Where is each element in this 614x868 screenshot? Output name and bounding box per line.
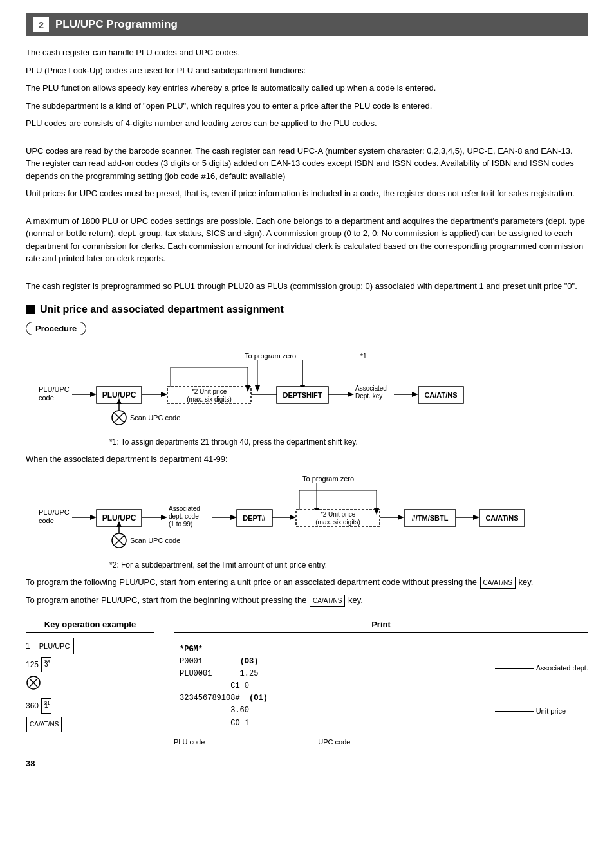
star1-label: *1 (360, 353, 367, 360)
para-2: PLU (Price Look-Up) codes are used for P… (26, 64, 588, 77)
ca-at-ns-box-1: CA/AT/NS (424, 391, 457, 399)
diagram-2-svg: To program zero PLU/UPC code PLU/UPC Ass… (26, 471, 579, 555)
print-line-7: CO 1 (180, 717, 483, 730)
print-title: Print (174, 620, 588, 633)
para-3: The PLU function allows speedy key entri… (26, 82, 588, 95)
ca-at-ns-inline-2: CA/AT/NS (310, 595, 345, 607)
plu-upc-box-2: PLU/UPC (102, 513, 136, 522)
annotation-unit-price: Unit price (495, 707, 588, 715)
print-area: *PGM* P0001 (O3) PLU0001 1.25 C1 0 32345… (174, 638, 588, 735)
svg-marker-16 (412, 392, 418, 397)
print-line-5: 323456789108# (O1) (180, 692, 483, 705)
scan-upc-label-2: Scan UPC code (130, 537, 180, 544)
unit-price-label-2: (max. six digits) (187, 396, 231, 403)
unit-price-label-d2-1: *2 Unit price (321, 511, 356, 518)
print-annotations: Associated dept. Unit price (495, 638, 588, 735)
key-op-title: Key operation example (26, 620, 154, 633)
svg-marker-14 (348, 392, 354, 397)
instruction-1: To program the following PLU/UPC, start … (26, 576, 588, 589)
plu-upc-code-label-1: PLU/UPC (39, 385, 70, 393)
para-4: The subdepartment is a kind of "open PLU… (26, 100, 588, 113)
print-content: *PGM* P0001 (O3) PLU0001 1.25 C1 0 32345… (174, 638, 488, 735)
print-line-2: P0001 (O3) (180, 656, 483, 668)
svg-marker-4 (161, 392, 167, 397)
annotation-line-2 (495, 711, 534, 712)
plu-upc-code-label-d2-1: PLU/UPC (39, 508, 70, 516)
to-program-zero-label-2: To program zero (302, 475, 354, 483)
key-op-row-1: 1 PLU/UPC (26, 638, 154, 654)
scan-upc-label-1: Scan UPC code (130, 414, 180, 421)
key-sup-1-21: 21 1 (41, 698, 51, 714)
svg-marker-32 (290, 515, 296, 520)
ca-at-ns-box-2: CA/AT/NS (485, 514, 518, 522)
print-labels: PLU code UPC code (174, 738, 588, 746)
subheading-text: Unit price and associated department ass… (40, 304, 284, 315)
svg-marker-24 (90, 515, 97, 520)
print-panel: Print *PGM* P0001 (O3) PLU0001 1.25 C1 0… (174, 620, 588, 746)
key-op-row-2: 125 23 3 (26, 657, 154, 672)
para-6: UPC codes are read by the barcode scanne… (26, 145, 588, 183)
print-line-3: PLU0001 1.25 (180, 668, 483, 680)
key-op-num-1: 1 (26, 638, 30, 654)
key-sup-21: 21 (44, 698, 50, 708)
assoc-dept-code-label-3: (1 to 99) (169, 521, 192, 528)
annotation-text-1: Associated dept. (536, 664, 588, 672)
section-title: PLU/UPC Programming (55, 18, 178, 31)
unit-price-label-1: *2 Unit price (192, 388, 227, 395)
diagram-1-svg: To program zero *1 PLU/UPC code PLU/UPC … (26, 348, 579, 432)
key-op-num-125: 125 (26, 657, 39, 672)
para-8: A maximum of 1800 PLU or UPC codes setti… (26, 215, 588, 265)
section-number: 2 (33, 17, 49, 32)
key-print-section: Key operation example 1 PLU/UPC 125 23 3 (26, 620, 588, 746)
to-program-zero-label-1: To program zero (245, 352, 296, 360)
key-op-row-5: CA/AT/NS (26, 716, 154, 732)
key-plu-upc-1: PLU/UPC (35, 638, 75, 654)
page-number: 38 (26, 759, 588, 768)
instruction-2: To program another PLU/UPC, start from t… (26, 594, 588, 607)
upc-code-label: UPC code (318, 738, 350, 746)
diagram-1: To program zero *1 PLU/UPC code PLU/UPC … (26, 348, 588, 447)
plu-upc-box-1: PLU/UPC (102, 391, 136, 400)
annotation-text-2: Unit price (536, 707, 566, 715)
dept-hash-box: DEPT# (243, 514, 265, 522)
scan-symbol-1 (26, 675, 41, 690)
para-5: PLU codes are consists of 4-digits numbe… (26, 117, 588, 130)
subheading: Unit price and associated department ass… (26, 304, 588, 315)
key-op-content: 1 PLU/UPC 125 23 3 360 21 (26, 638, 154, 732)
print-line-1: *PGM* (180, 643, 483, 656)
unit-price-label-d2-2: (max. six digits) (315, 519, 360, 526)
key-op-num-360: 360 (26, 698, 39, 714)
plu-upc-code-label-d2-2: code (39, 517, 54, 524)
key-op-panel: Key operation example 1 PLU/UPC 125 23 3 (26, 620, 154, 746)
svg-marker-38 (398, 515, 404, 520)
assoc-dept-code-label-1: Associated (169, 505, 200, 512)
assoc-dept-label: Associated (355, 385, 387, 392)
note-1: *1: To assign departments 21 through 40,… (26, 438, 588, 447)
assoc-dept-code-label-2: dept. code (169, 513, 199, 520)
note-2-text: *2: For a subdepartment, set the limit a… (109, 560, 327, 569)
key-op-row-3 (26, 675, 154, 696)
deptshift-box: DEPTSHIFT (283, 391, 322, 399)
procedure-badge: Procedure (26, 322, 86, 335)
key-ca-at-ns: CA/AT/NS (26, 717, 62, 732)
print-line-6: 3.60 (180, 705, 483, 717)
key-sup-23: 23 (44, 657, 50, 667)
when-label: When the associated department is depart… (26, 453, 588, 466)
annotation-assoc-dept: Associated dept. (495, 664, 588, 672)
para-9: The cash register is preprogrammed so PL… (26, 280, 588, 293)
hash-tm-sbtl-box: #/TM/SBTL (412, 514, 449, 522)
annotation-line-1 (495, 668, 534, 669)
key-op-row-4: 360 21 1 (26, 698, 154, 714)
plu-code-label: PLU code (174, 738, 205, 746)
para-7: Unit prices for UPC codes must be preset… (26, 187, 588, 200)
note-1-text: *1: To assign departments 21 through 40,… (109, 438, 358, 447)
key-sup-3-23: 23 3 (41, 657, 51, 672)
svg-marker-27 (161, 515, 167, 520)
svg-marker-29 (230, 515, 237, 520)
ca-at-ns-inline-1: CA/AT/NS (480, 577, 516, 589)
para-1: The cash register can handle PLU codes a… (26, 46, 588, 59)
svg-marker-6 (255, 385, 260, 392)
svg-marker-1 (90, 392, 97, 397)
note-2: *2: For a subdepartment, set the limit a… (26, 560, 588, 569)
print-line-4: C1 0 (180, 680, 483, 692)
